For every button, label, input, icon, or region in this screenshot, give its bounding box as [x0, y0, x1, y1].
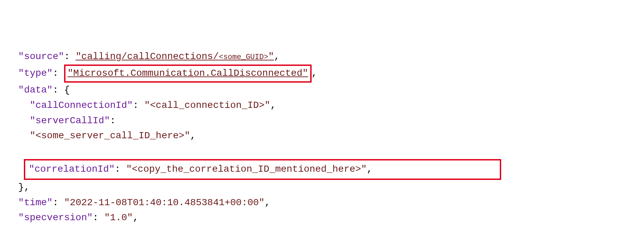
comma: ,	[274, 51, 280, 62]
highlight-box-type: "Microsoft.Communication.CallDisconnecte…	[64, 65, 312, 83]
json-value-specversion: "1.0"	[104, 212, 133, 223]
json-value-source-suffix: "	[268, 51, 274, 62]
colon: :	[53, 197, 64, 208]
json-key-data: "data"	[18, 85, 53, 95]
json-value-type: "Microsoft.Communication.CallDisconnecte…	[68, 68, 308, 79]
brace-open: {	[64, 85, 70, 95]
json-value-source-prefix: "calling/callConnections/	[76, 51, 219, 62]
json-value-source-placeholder: <some_GUID>	[219, 53, 268, 61]
colon: :	[64, 51, 76, 62]
highlight-box-correlationid: "correlationId": "<copy_the_correlation_…	[24, 159, 501, 180]
json-key-specversion: "specversion"	[18, 212, 93, 223]
comma: ,	[265, 197, 270, 208]
json-value-callconnectionid: "<call_connection_ID>"	[144, 100, 270, 111]
comma: ,	[367, 164, 373, 174]
brace-close: }	[18, 182, 24, 193]
colon: :	[115, 164, 126, 174]
json-key-source: "source"	[18, 51, 64, 62]
json-key-correlationid: "correlationId"	[29, 164, 115, 174]
json-key-callconnectionid: "callConnectionId"	[30, 100, 133, 111]
space	[18, 164, 24, 174]
comma: ,	[24, 182, 30, 193]
json-key-time: "time"	[18, 197, 53, 208]
json-value-time: "2022-11-08T01:40:10.4853841+00:00"	[64, 197, 265, 208]
json-value-servercallid: "<some_server_call_ID_here>"	[30, 130, 190, 141]
json-value-correlationid: "<copy_the_correlation_ID_mentioned_here…	[126, 164, 367, 174]
colon: :	[93, 212, 104, 223]
code-block: "source": "calling/callConnections/<some…	[7, 49, 637, 226]
comma: ,	[270, 100, 276, 111]
colon: :	[110, 115, 116, 126]
colon: :	[53, 85, 64, 95]
comma: ,	[133, 212, 139, 223]
json-key-servercallid: "serverCallId"	[30, 115, 110, 126]
colon: :	[53, 68, 64, 79]
json-key-type: "type"	[18, 68, 53, 79]
colon: :	[133, 100, 145, 111]
comma: ,	[312, 68, 317, 79]
comma: ,	[190, 130, 196, 141]
